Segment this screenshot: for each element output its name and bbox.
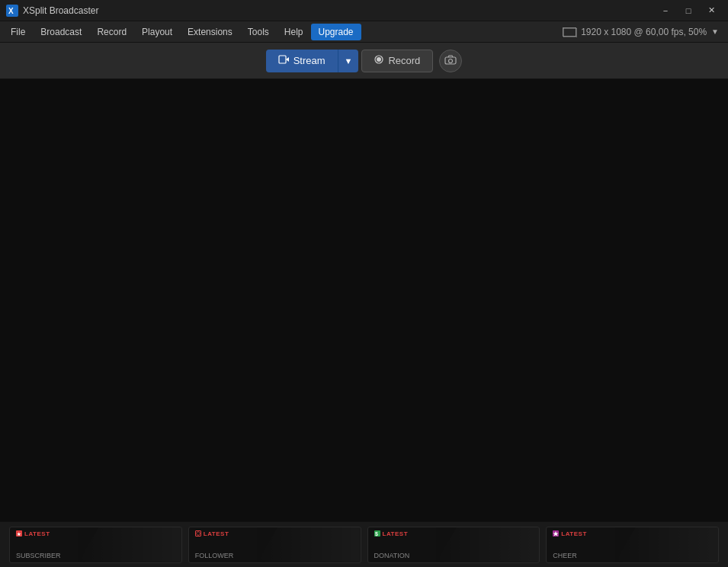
menu-upgrade[interactable]: Upgrade [311, 24, 361, 40]
stream-label: Stream [293, 55, 326, 66]
menu-help[interactable]: Help [277, 24, 311, 40]
subscriber-bar [79, 527, 181, 562]
preview-area [0, 79, 728, 521]
menu-bar: File Broadcast Record Playout Extensions… [0, 21, 728, 43]
maximize-button[interactable]: □ [678, 2, 699, 19]
svg-marker-11 [553, 531, 559, 537]
app-logo: X [6, 5, 18, 17]
stream-dropdown-icon: ▼ [345, 56, 353, 66]
record-label: Record [388, 55, 420, 66]
subscriber-label-top: LATEST [24, 530, 50, 537]
follower-label-top: LATEST [204, 530, 229, 537]
svg-text:$: $ [375, 531, 378, 537]
donation-label: $ LATEST [374, 530, 409, 537]
svg-rect-3 [279, 56, 286, 63]
menu-extensions[interactable]: Extensions [180, 24, 240, 40]
menu-playout[interactable]: Playout [134, 24, 180, 40]
menu-tools[interactable]: Tools [240, 24, 277, 40]
subscriber-icon: ★ [16, 530, 22, 537]
donation-bar [436, 527, 539, 562]
menu-record[interactable]: Record [89, 24, 134, 40]
cheer-label-top: LATEST [561, 530, 587, 537]
stream-button[interactable]: Stream [266, 50, 338, 72]
svg-marker-4 [286, 57, 289, 62]
resolution-text: 1920 x 1080 @ 60,00 fps, 50% [581, 27, 707, 37]
donation-icon: $ [374, 530, 380, 537]
menu-file[interactable]: File [3, 24, 33, 40]
svg-text:★: ★ [17, 532, 21, 537]
stream-dropdown-button[interactable]: ▼ [338, 50, 359, 72]
svg-point-6 [377, 57, 381, 62]
window-controls: − □ ✕ [655, 2, 722, 19]
svg-rect-2 [563, 28, 577, 37]
latest-follower-panel: LATEST FOLLOWER [188, 527, 361, 563]
follower-icon [195, 530, 201, 537]
follower-label: LATEST [195, 530, 229, 537]
cheer-bar [615, 527, 718, 562]
stream-btn-group: Stream ▼ [266, 50, 359, 72]
resolution-icon [563, 27, 576, 37]
follower-bar [258, 527, 361, 562]
follower-label-bottom: FOLLOWER [195, 552, 234, 559]
subscriber-label: ★ LATEST [16, 530, 50, 537]
latest-cheer-panel: LATEST CHEER [546, 527, 719, 563]
resolution-dropdown-arrow[interactable]: ▼ [711, 27, 719, 36]
close-button[interactable]: ✕ [701, 2, 722, 19]
latest-subscriber-panel: ★ LATEST SUBSCRIBER [9, 527, 182, 563]
donation-label-bottom: DONATION [374, 552, 410, 559]
app-title: XSplit Broadcaster [23, 5, 655, 16]
record-button[interactable]: Record [361, 50, 433, 72]
bottom-stats-area: ★ LATEST SUBSCRIBER LATEST FOLLOWER [0, 521, 728, 567]
resolution-info: 1920 x 1080 @ 60,00 fps, 50% ▼ [563, 27, 725, 37]
svg-point-8 [449, 59, 453, 63]
toolbar: Stream ▼ Record [0, 43, 728, 79]
camera-icon [444, 54, 457, 67]
subscriber-label-bottom: SUBSCRIBER [16, 552, 61, 559]
cheer-label-bottom: CHEER [553, 552, 577, 559]
donation-label-top: LATEST [383, 530, 409, 537]
minimize-button[interactable]: − [655, 2, 676, 19]
record-icon [374, 55, 383, 66]
stream-icon [278, 54, 289, 67]
screenshot-button[interactable] [439, 50, 462, 72]
cheer-label: LATEST [553, 530, 587, 537]
menu-broadcast[interactable]: Broadcast [33, 24, 89, 40]
title-bar: X XSplit Broadcaster − □ ✕ [0, 0, 728, 21]
cheer-icon [553, 530, 559, 537]
latest-donation-panel: $ LATEST DONATION [367, 527, 540, 563]
svg-text:X: X [8, 7, 14, 15]
